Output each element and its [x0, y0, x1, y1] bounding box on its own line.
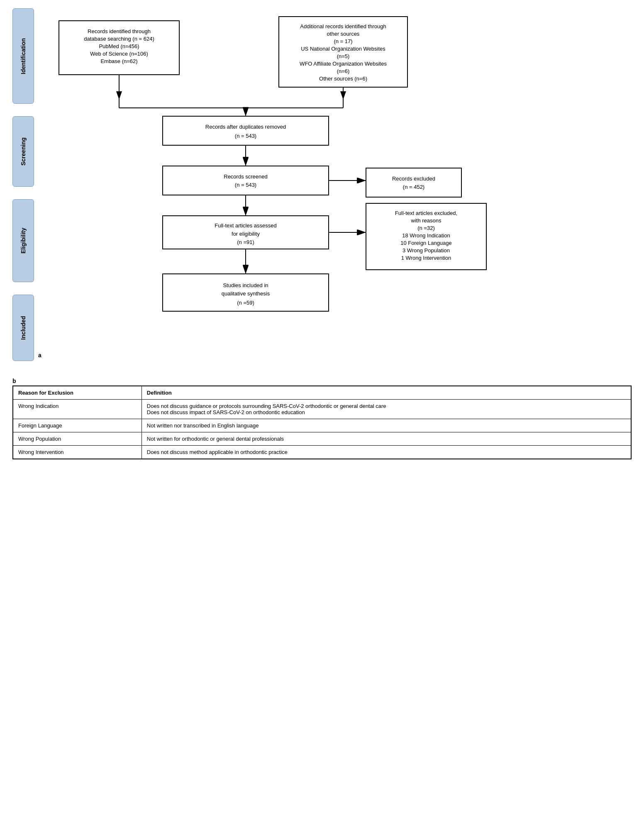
svg-text:(n=6): (n=6) [337, 68, 350, 74]
phase-identification: Identification [12, 8, 34, 104]
svg-rect-30 [163, 116, 329, 145]
flowchart-main: Records identified through database sear… [38, 8, 632, 361]
flowchart-wrapper: Identification Screening Eligibility Inc… [12, 8, 632, 361]
svg-text:Other sources (n=6): Other sources (n=6) [319, 76, 367, 82]
svg-text:(n = 452): (n = 452) [403, 184, 424, 190]
svg-text:3 Wrong Population: 3 Wrong Population [402, 247, 450, 254]
table-cell-reason-0: Wrong Indication [13, 400, 141, 419]
phase-included: Included [12, 295, 34, 361]
svg-text:Records excluded: Records excluded [392, 176, 435, 182]
svg-text:(n = 17): (n = 17) [334, 38, 352, 44]
table-header-definition: Definition [141, 386, 631, 400]
svg-text:18 Wrong Indication: 18 Wrong Indication [402, 232, 450, 239]
svg-text:Embase (n=62): Embase (n=62) [100, 58, 137, 64]
svg-text:(n=5): (n=5) [337, 53, 350, 59]
svg-text:Web of Science (n=106): Web of Science (n=106) [90, 51, 148, 57]
svg-text:WFO Affiliate Organization Web: WFO Affiliate Organization Websites [300, 61, 387, 67]
svg-text:(n =32): (n =32) [417, 225, 435, 231]
svg-rect-34 [163, 166, 329, 195]
svg-text:10 Foreign Language: 10 Foreign Language [400, 240, 452, 246]
svg-text:with reasons: with reasons [411, 217, 442, 224]
flowchart-section: Identification Screening Eligibility Inc… [12, 8, 632, 369]
table-cell-definition-2: Not written for orthodontic or general d… [141, 432, 631, 446]
table-row: Wrong Population Not written for orthodo… [13, 432, 631, 446]
svg-text:for eligibility: for eligibility [232, 231, 260, 237]
phase-labels: Identification Screening Eligibility Inc… [12, 8, 34, 361]
phase-eligibility: Eligibility [12, 199, 34, 282]
svg-text:qualitative synthesis: qualitative synthesis [222, 290, 270, 297]
page-container: Identification Screening Eligibility Inc… [0, 0, 644, 832]
table-cell-definition-3: Does not discuss method applicable in or… [141, 446, 631, 459]
table-row: Wrong Intervention Does not discuss meth… [13, 446, 631, 459]
figure-label-b: b [12, 378, 632, 384]
svg-text:Records after duplicates remov: Records after duplicates removed [205, 124, 286, 130]
table-cell-reason-1: Foreign Language [13, 419, 141, 432]
svg-text:US National Organization Websi: US National Organization Websites [301, 46, 385, 52]
svg-text:(n = 543): (n = 543) [235, 182, 256, 188]
svg-text:Additional records identified : Additional records identified through [300, 23, 386, 29]
svg-text:(n =59): (n =59) [237, 300, 254, 306]
table-cell-reason-3: Wrong Intervention [13, 446, 141, 459]
figure-label-a: a [38, 352, 632, 359]
svg-text:Records identified through: Records identified through [88, 28, 151, 34]
table-cell-definition-1: Not written nor transcribed in English l… [141, 419, 631, 432]
table-header-reason: Reason for Exclusion [13, 386, 141, 400]
svg-text:Studies included in: Studies included in [223, 282, 268, 288]
svg-text:(n =91): (n =91) [237, 239, 254, 245]
table-row: Wrong Indication Does not discuss guidan… [13, 400, 631, 419]
svg-text:Full-text articles assessed: Full-text articles assessed [215, 222, 277, 229]
phase-screening: Screening [12, 116, 34, 187]
svg-rect-38 [366, 168, 461, 197]
flowchart-svg: Records identified through database sear… [38, 8, 632, 349]
svg-text:(n = 543): (n = 543) [235, 133, 256, 139]
svg-text:database searching (n = 624): database searching (n = 624) [84, 36, 154, 42]
exclusion-table: Reason for Exclusion Definition Wrong In… [12, 386, 632, 459]
svg-text:Records screened: Records screened [224, 173, 268, 180]
svg-text:PubMed (n=456): PubMed (n=456) [99, 43, 139, 49]
table-cell-reason-2: Wrong Population [13, 432, 141, 446]
svg-text:1 Wrong Intervention: 1 Wrong Intervention [401, 255, 451, 261]
table-row: Foreign Language Not written nor transcr… [13, 419, 631, 432]
svg-text:Full-text articles excluded,: Full-text articles excluded, [395, 210, 457, 216]
table-section: b Reason for Exclusion Definition Wrong … [12, 378, 632, 459]
svg-text:other sources: other sources [327, 31, 360, 37]
table-cell-definition-0: Does not discuss guidance or protocols s… [141, 400, 631, 419]
